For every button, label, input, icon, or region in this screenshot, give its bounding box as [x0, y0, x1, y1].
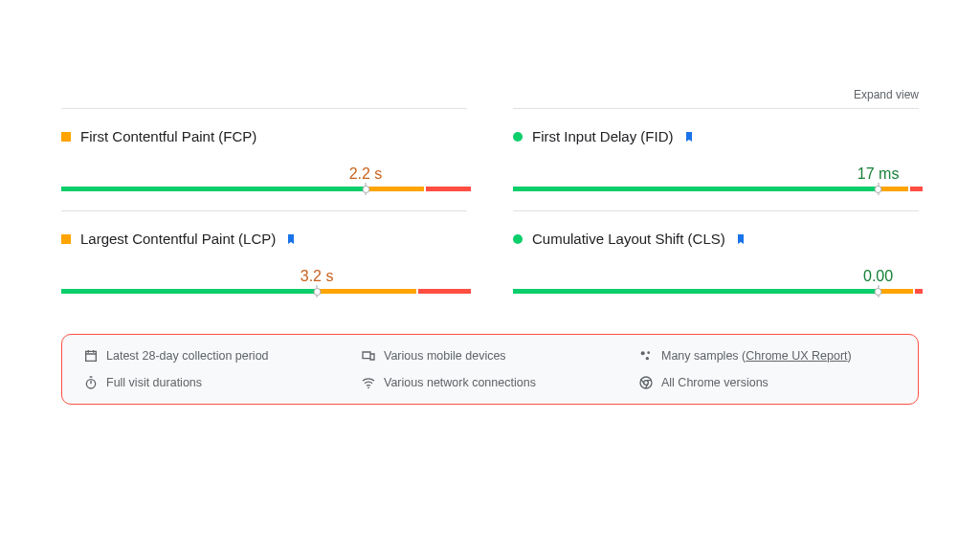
summary-item-text: Latest 28-day collection period — [106, 349, 269, 363]
summary-box: Latest 28-day collection periodVarious m… — [61, 334, 919, 405]
metric-card: First Input Delay (FID)17 ms — [513, 108, 919, 210]
bar-segment-green — [61, 289, 317, 294]
devices-icon — [361, 348, 376, 364]
distribution-bar — [513, 187, 919, 191]
bar-segment-orange — [368, 187, 424, 191]
bar-segment-orange — [880, 289, 913, 294]
metric-card: Cumulative Layout Shift (CLS)0.00 — [513, 210, 919, 313]
svg-point-1 — [647, 351, 650, 354]
bookmark-icon[interactable] — [683, 130, 695, 143]
summary-item-text: Various network connections — [384, 376, 536, 389]
summary-item: Various mobile devices — [361, 348, 619, 364]
status-dot-icon — [513, 234, 523, 244]
wifi-icon — [361, 375, 376, 390]
bookmark-icon[interactable] — [735, 232, 746, 246]
svg-point-2 — [646, 357, 649, 360]
summary-item-text: All Chrome versions — [661, 376, 768, 389]
status-square-icon — [61, 234, 71, 244]
bar-segment-red — [426, 187, 471, 191]
distribution-bar — [513, 289, 919, 294]
summary-item-text: Many samples (Chrome UX Report) — [661, 349, 852, 363]
cluster-icon — [638, 348, 654, 364]
metric-value: 3.2 s — [301, 268, 334, 285]
metric-card: First Contentful Paint (FCP)2.2 s — [61, 108, 467, 210]
distribution-bar — [61, 289, 467, 294]
summary-item: Latest 28-day collection period — [83, 348, 342, 364]
metric-value: 0.00 — [863, 268, 893, 285]
summary-item: Many samples (Chrome UX Report) — [638, 348, 897, 364]
stopwatch-icon — [83, 375, 99, 390]
metric-value: 17 ms — [858, 165, 900, 183]
distribution-bar — [61, 187, 467, 191]
svg-point-0 — [641, 351, 645, 355]
bar-segment-green — [61, 187, 366, 191]
chrome-icon — [638, 375, 654, 390]
metric-title: Largest Contentful Paint (LCP) — [80, 231, 276, 247]
summary-item-text: Full visit durations — [106, 376, 202, 389]
metric-title: Cumulative Layout Shift (CLS) — [532, 231, 725, 247]
status-dot-icon — [513, 132, 523, 142]
bookmark-icon[interactable] — [285, 232, 297, 246]
summary-item: Various network connections — [361, 375, 619, 390]
bar-segment-orange — [319, 289, 416, 294]
metric-title: First Contentful Paint (FCP) — [80, 128, 256, 144]
bar-segment-red — [418, 289, 471, 294]
bar-segment-orange — [880, 187, 909, 191]
expand-view-link[interactable]: Expand view — [854, 88, 919, 101]
status-square-icon — [61, 132, 71, 142]
crux-report-link[interactable]: Chrome UX Report — [746, 349, 847, 363]
bar-segment-red — [910, 187, 923, 191]
summary-item: All Chrome versions — [638, 375, 897, 390]
bar-segment-red — [915, 289, 923, 294]
metric-title: First Input Delay (FID) — [532, 128, 674, 144]
bar-segment-green — [513, 289, 879, 294]
bar-segment-green — [513, 187, 879, 191]
summary-item-text: Various mobile devices — [384, 349, 506, 363]
calendar-icon — [83, 348, 99, 364]
summary-item: Full visit durations — [83, 375, 342, 390]
metric-card: Largest Contentful Paint (LCP)3.2 s — [61, 210, 467, 313]
metric-value: 2.2 s — [349, 165, 383, 183]
svg-point-4 — [368, 386, 369, 388]
